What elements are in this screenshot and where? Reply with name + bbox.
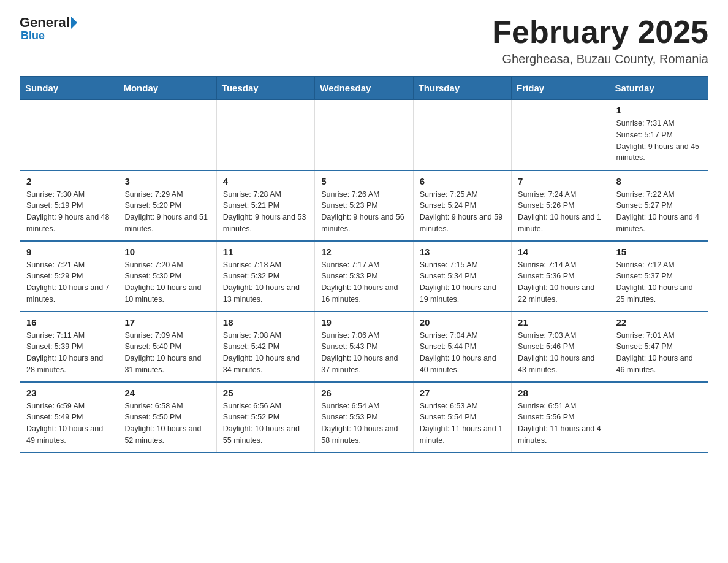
day-info: Sunrise: 7:09 AMSunset: 5:40 PMDaylight:… — [124, 330, 210, 376]
day-info: Sunrise: 6:59 AMSunset: 5:49 PMDaylight:… — [26, 400, 112, 446]
location-subtitle: Ghergheasa, Buzau County, Romania — [492, 52, 708, 66]
day-number: 17 — [124, 317, 210, 327]
title-block: February 2025 Ghergheasa, Buzau County, … — [492, 15, 708, 66]
day-number: 15 — [616, 247, 702, 257]
weekday-header-row: SundayMondayTuesdayWednesdayThursdayFrid… — [20, 77, 708, 100]
calendar-cell: 17Sunrise: 7:09 AMSunset: 5:40 PMDayligh… — [118, 312, 216, 382]
day-number: 25 — [223, 388, 308, 398]
calendar-cell: 28Sunrise: 6:51 AMSunset: 5:56 PMDayligh… — [512, 382, 610, 453]
day-number: 3 — [124, 176, 210, 186]
calendar-cell: 25Sunrise: 6:56 AMSunset: 5:52 PMDayligh… — [216, 382, 314, 453]
calendar-cell: 12Sunrise: 7:17 AMSunset: 5:33 PMDayligh… — [315, 241, 413, 312]
calendar-cell: 2Sunrise: 7:30 AMSunset: 5:19 PMDaylight… — [20, 170, 118, 241]
day-number: 27 — [420, 388, 505, 398]
main-title: February 2025 — [492, 15, 708, 50]
day-info: Sunrise: 7:08 AMSunset: 5:42 PMDaylight:… — [223, 330, 308, 376]
day-number: 19 — [321, 317, 406, 327]
calendar-cell: 21Sunrise: 7:03 AMSunset: 5:46 PMDayligh… — [512, 312, 610, 382]
calendar-cell: 9Sunrise: 7:21 AMSunset: 5:29 PMDaylight… — [20, 241, 118, 312]
weekday-header-tuesday: Tuesday — [216, 77, 314, 100]
calendar-cell — [118, 100, 216, 170]
calendar-week-row: 9Sunrise: 7:21 AMSunset: 5:29 PMDaylight… — [20, 241, 708, 312]
weekday-header-wednesday: Wednesday — [315, 77, 413, 100]
calendar-cell: 11Sunrise: 7:18 AMSunset: 5:32 PMDayligh… — [216, 241, 314, 312]
calendar-cell: 8Sunrise: 7:22 AMSunset: 5:27 PMDaylight… — [610, 170, 708, 241]
calendar-cell: 10Sunrise: 7:20 AMSunset: 5:30 PMDayligh… — [118, 241, 216, 312]
day-number: 26 — [321, 388, 406, 398]
calendar-cell — [610, 382, 708, 453]
day-number: 2 — [26, 176, 112, 186]
weekday-header-saturday: Saturday — [610, 77, 708, 100]
day-info: Sunrise: 7:04 AMSunset: 5:44 PMDaylight:… — [420, 330, 505, 376]
calendar-cell: 13Sunrise: 7:15 AMSunset: 5:34 PMDayligh… — [413, 241, 511, 312]
day-info: Sunrise: 6:58 AMSunset: 5:50 PMDaylight:… — [124, 400, 210, 446]
calendar-cell: 5Sunrise: 7:26 AMSunset: 5:23 PMDaylight… — [315, 170, 413, 241]
day-info: Sunrise: 7:29 AMSunset: 5:20 PMDaylight:… — [124, 189, 210, 235]
logo: General Blue — [20, 15, 77, 42]
calendar-header: SundayMondayTuesdayWednesdayThursdayFrid… — [20, 77, 708, 100]
day-info: Sunrise: 6:54 AMSunset: 5:53 PMDaylight:… — [321, 400, 406, 446]
day-number: 7 — [518, 176, 603, 186]
calendar-week-row: 16Sunrise: 7:11 AMSunset: 5:39 PMDayligh… — [20, 312, 708, 382]
calendar-week-row: 1Sunrise: 7:31 AMSunset: 5:17 PMDaylight… — [20, 100, 708, 170]
day-number: 14 — [518, 247, 603, 257]
day-number: 24 — [124, 388, 210, 398]
calendar-cell: 18Sunrise: 7:08 AMSunset: 5:42 PMDayligh… — [216, 312, 314, 382]
calendar-cell — [216, 100, 314, 170]
day-info: Sunrise: 7:17 AMSunset: 5:33 PMDaylight:… — [321, 259, 406, 305]
day-info: Sunrise: 6:51 AMSunset: 5:56 PMDaylight:… — [518, 400, 603, 446]
day-info: Sunrise: 7:25 AMSunset: 5:24 PMDaylight:… — [420, 189, 505, 235]
day-number: 10 — [124, 247, 210, 257]
day-number: 20 — [420, 317, 505, 327]
calendar-cell: 20Sunrise: 7:04 AMSunset: 5:44 PMDayligh… — [413, 312, 511, 382]
day-number: 12 — [321, 247, 406, 257]
day-number: 23 — [26, 388, 112, 398]
weekday-header-friday: Friday — [512, 77, 610, 100]
calendar-body: 1Sunrise: 7:31 AMSunset: 5:17 PMDaylight… — [20, 100, 708, 453]
calendar-cell: 16Sunrise: 7:11 AMSunset: 5:39 PMDayligh… — [20, 312, 118, 382]
day-info: Sunrise: 6:53 AMSunset: 5:54 PMDaylight:… — [420, 400, 505, 446]
day-number: 8 — [616, 176, 702, 186]
day-number: 11 — [223, 247, 308, 257]
calendar-cell: 6Sunrise: 7:25 AMSunset: 5:24 PMDaylight… — [413, 170, 511, 241]
day-number: 18 — [223, 317, 308, 327]
weekday-header-monday: Monday — [118, 77, 216, 100]
day-number: 9 — [26, 247, 112, 257]
logo-arrow-icon — [71, 17, 77, 29]
day-number: 16 — [26, 317, 112, 327]
calendar-week-row: 23Sunrise: 6:59 AMSunset: 5:49 PMDayligh… — [20, 382, 708, 453]
day-info: Sunrise: 7:21 AMSunset: 5:29 PMDaylight:… — [26, 259, 112, 305]
day-info: Sunrise: 7:28 AMSunset: 5:21 PMDaylight:… — [223, 189, 308, 235]
logo-blue: Blue — [20, 29, 45, 42]
calendar-cell — [315, 100, 413, 170]
logo-text: General — [20, 15, 77, 31]
calendar-cell: 15Sunrise: 7:12 AMSunset: 5:37 PMDayligh… — [610, 241, 708, 312]
day-info: Sunrise: 7:03 AMSunset: 5:46 PMDaylight:… — [518, 330, 603, 376]
day-number: 21 — [518, 317, 603, 327]
day-number: 6 — [420, 176, 505, 186]
calendar-week-row: 2Sunrise: 7:30 AMSunset: 5:19 PMDaylight… — [20, 170, 708, 241]
calendar-cell — [20, 100, 118, 170]
calendar-cell: 23Sunrise: 6:59 AMSunset: 5:49 PMDayligh… — [20, 382, 118, 453]
calendar-cell: 26Sunrise: 6:54 AMSunset: 5:53 PMDayligh… — [315, 382, 413, 453]
calendar-cell: 22Sunrise: 7:01 AMSunset: 5:47 PMDayligh… — [610, 312, 708, 382]
page-header: General Blue February 2025 Ghergheasa, B… — [20, 15, 708, 66]
day-info: Sunrise: 7:31 AMSunset: 5:17 PMDaylight:… — [616, 118, 702, 164]
day-info: Sunrise: 6:56 AMSunset: 5:52 PMDaylight:… — [223, 400, 308, 446]
day-info: Sunrise: 7:24 AMSunset: 5:26 PMDaylight:… — [518, 189, 603, 235]
day-info: Sunrise: 7:30 AMSunset: 5:19 PMDaylight:… — [26, 189, 112, 235]
calendar-table: SundayMondayTuesdayWednesdayThursdayFrid… — [20, 76, 708, 453]
day-number: 22 — [616, 317, 702, 327]
day-info: Sunrise: 7:26 AMSunset: 5:23 PMDaylight:… — [321, 189, 406, 235]
day-number: 1 — [616, 105, 702, 115]
day-info: Sunrise: 7:15 AMSunset: 5:34 PMDaylight:… — [420, 259, 505, 305]
day-info: Sunrise: 7:14 AMSunset: 5:36 PMDaylight:… — [518, 259, 603, 305]
day-info: Sunrise: 7:12 AMSunset: 5:37 PMDaylight:… — [616, 259, 702, 305]
calendar-cell: 3Sunrise: 7:29 AMSunset: 5:20 PMDaylight… — [118, 170, 216, 241]
day-number: 13 — [420, 247, 505, 257]
calendar-cell: 19Sunrise: 7:06 AMSunset: 5:43 PMDayligh… — [315, 312, 413, 382]
calendar-cell: 24Sunrise: 6:58 AMSunset: 5:50 PMDayligh… — [118, 382, 216, 453]
calendar-cell: 4Sunrise: 7:28 AMSunset: 5:21 PMDaylight… — [216, 170, 314, 241]
day-info: Sunrise: 7:22 AMSunset: 5:27 PMDaylight:… — [616, 189, 702, 235]
logo-general: General — [20, 15, 70, 31]
